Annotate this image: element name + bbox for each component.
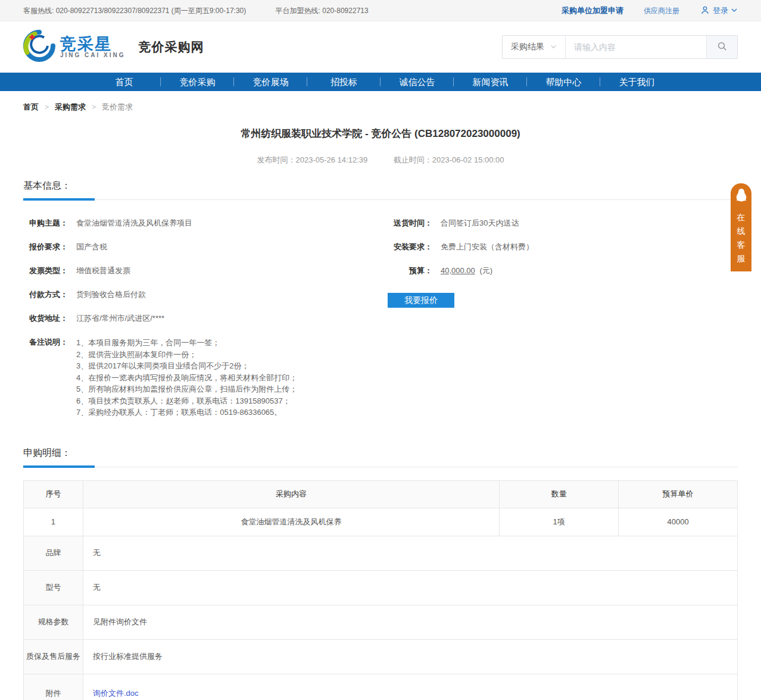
site-name: 竞价采购网	[139, 39, 204, 55]
table-row-brand: 品牌 无	[24, 536, 738, 570]
detail-title: 申购明细：	[23, 448, 71, 458]
cell-content: 食堂油烟管道清洗及风机保养	[83, 508, 499, 536]
col-header-qty: 数量	[500, 480, 619, 508]
chevron-down-icon	[731, 7, 738, 15]
budget-amount-link[interactable]: 40,000.00	[441, 266, 475, 275]
user-icon	[700, 5, 710, 17]
field-install-requirement: 安装要求： 免费上门安装（含材料费）	[388, 242, 738, 252]
table-row-attachment: 附件 询价文件.doc	[24, 674, 738, 700]
basic-info-title: 基本信息：	[23, 180, 71, 190]
col-header-price: 预算单价	[619, 480, 738, 508]
top-bar: 客服热线: 020-80922713/80922307/80922371 (周一…	[0, 0, 761, 21]
field-subject: 申购主题： 食堂油烟管道清洗及风机保养项目	[23, 218, 388, 229]
logo-swirl-icon	[23, 30, 55, 64]
main-nav: 首页 竞价采购 竞价展场 招投标 诚信公告 新闻资讯 帮助中心 关于我们	[0, 73, 761, 91]
breadcrumb-home[interactable]: 首页	[23, 102, 39, 112]
field-quote-requirement: 报价要求： 国产含税	[23, 242, 388, 252]
nav-item-help-center[interactable]: 帮助中心	[527, 73, 600, 91]
qq-penguin-icon	[731, 188, 751, 207]
logo-text-cn: 竞采星	[60, 36, 126, 52]
cell-price: 40000	[619, 508, 738, 536]
nav-item-bidding-hall[interactable]: 竞价展场	[234, 73, 307, 91]
field-delivery-time: 送货时间： 合同签订后30天内送达	[388, 218, 738, 229]
login-label: 登录	[713, 5, 728, 16]
platform-hotline: 平台加盟热线: 020-80922713	[276, 7, 369, 15]
breadcrumb-separator-icon: >	[92, 103, 96, 111]
service-hotline: 客服热线: 020-80922713/80922307/80922371 (周一…	[23, 7, 246, 15]
table-row: 1 食堂油烟管道清洗及风机保养 1项 40000	[24, 508, 738, 536]
search-category-value: 采购结果	[511, 42, 544, 52]
breadcrumb: 首页 > 采购需求 > 竞价需求	[23, 102, 738, 112]
nav-item-bidding-purchase[interactable]: 竞价采购	[161, 73, 234, 91]
field-remarks: 备注说明： 1、本项目服务期为三年，合同一年一签； 2、提供营业执照副本复印件一…	[23, 337, 388, 418]
main-content: 首页 > 采购需求 > 竞价需求 常州纺织服装职业技术学院 - 竞价公告 (CB…	[23, 91, 738, 700]
breadcrumb-current: 竞价需求	[102, 102, 133, 112]
table-row-model: 型号 无	[24, 570, 738, 605]
field-invoice-type: 发票类型： 增值税普通发票	[23, 265, 388, 276]
publish-time: 发布时间：2023-05-26 14:12:39	[257, 155, 367, 164]
search-category-select[interactable]: 采购结果	[503, 36, 566, 58]
attachment-link[interactable]: 询价文件.doc	[93, 689, 139, 698]
nav-item-tender[interactable]: 招投标	[307, 73, 381, 91]
remark-lines: 1、本项目服务期为三年，合同一年一签； 2、提供营业执照副本复印件一份； 3、提…	[76, 337, 297, 418]
detail-section-head: 申购明细：	[23, 447, 738, 467]
search-input[interactable]	[566, 36, 706, 58]
chevron-down-icon	[550, 42, 557, 52]
nav-item-integrity-notice[interactable]: 诚信公告	[381, 73, 454, 91]
search-button[interactable]	[706, 36, 737, 58]
field-delivery-address: 收货地址： 江苏省/常州市/武进区/****	[23, 313, 388, 324]
logo-text-en: JING CAI XING	[60, 52, 126, 58]
search-icon	[717, 41, 727, 53]
cell-qty: 1项	[500, 508, 619, 536]
field-payment-method: 付款方式： 货到验收合格后付款	[23, 289, 388, 300]
notice-meta: 发布时间：2023-05-26 14:12:39 截止时间：2023-06-02…	[23, 155, 738, 165]
col-header-no: 序号	[24, 480, 83, 508]
supplier-register-link[interactable]: 供应商注册	[644, 6, 679, 16]
submit-quote-button[interactable]: 我要报价	[388, 293, 454, 308]
field-budget: 预算： 40,000.00 (元)	[388, 265, 738, 276]
online-service-label: 在线客服	[737, 211, 746, 265]
search-bar: 采购结果	[502, 35, 738, 59]
site-logo[interactable]: 竞采星 JING CAI XING 竞价采购网	[23, 30, 204, 64]
page-title: 常州纺织服装职业技术学院 - 竞价公告 (CB128072023000009)	[23, 127, 738, 140]
col-header-content: 采购内容	[83, 480, 499, 508]
hotline-group: 客服热线: 020-80922713/80922307/80922371 (周一…	[23, 6, 396, 16]
budget-unit: (元)	[479, 266, 492, 275]
section-active-bar	[23, 198, 95, 201]
purchaser-join-link[interactable]: 采购单位加盟申请	[562, 5, 623, 16]
breadcrumb-separator-icon: >	[45, 103, 49, 111]
purchase-detail-table: 序号 采购内容 数量 预算单价 1 食堂油烟管道清洗及风机保养 1项 40000…	[23, 480, 738, 700]
basic-info-section-head: 基本信息：	[23, 180, 738, 200]
nav-item-about-us[interactable]: 关于我们	[600, 73, 673, 91]
deadline-time: 截止时间：2023-06-02 15:00:00	[394, 155, 504, 164]
nav-item-news[interactable]: 新闻资讯	[454, 73, 527, 91]
site-header: 竞采星 JING CAI XING 竞价采购网 采购结果	[0, 21, 761, 73]
nav-item-home[interactable]: 首页	[88, 73, 161, 91]
login-button[interactable]: 登录	[700, 5, 738, 17]
breadcrumb-purchase-demand[interactable]: 采购需求	[55, 102, 86, 112]
table-header-row: 序号 采购内容 数量 预算单价	[24, 480, 738, 508]
cell-no: 1	[24, 508, 83, 536]
online-service-widget[interactable]: 在线客服	[731, 183, 751, 271]
table-row-spec: 规格参数 见附件询价文件	[24, 605, 738, 639]
section-active-bar	[23, 465, 95, 468]
table-row-warranty: 质保及售后服务 按行业标准提供服务	[24, 639, 738, 674]
